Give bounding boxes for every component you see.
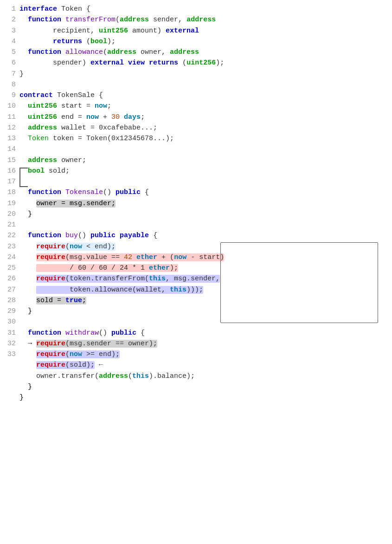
code-line-19: function buy() public payable { [19, 230, 385, 241]
code-line-15: function Tokensale() public { [19, 187, 385, 198]
code-line-30: owner.transfer(address(this).balance); [19, 371, 385, 382]
code-line-2: function transferFrom(address sender, ad… [19, 14, 385, 25]
code-line-4: } [19, 69, 385, 79]
code-line-31: } [19, 382, 385, 392]
code-line-29: require(sold); ← [19, 360, 385, 370]
code-line-2c: returns (bool); [19, 36, 385, 47]
code-line-18 [19, 220, 385, 230]
code-line-7: uint256 start = now; [19, 101, 385, 111]
code-line-28: require(now >= end); [19, 349, 385, 360]
code-line-32: } [19, 392, 385, 403]
line-numbers: 1 2 3 4 5 6 7 8 9 10 11 12 13 14 15 16 1… [0, 4, 19, 540]
code-line-17: } [19, 209, 385, 220]
code-line-16: owner = msg.sender; [19, 198, 385, 209]
code-line-26: function withdraw() public { [19, 328, 385, 338]
code-line-6: contract TokenSale { [19, 90, 385, 101]
code-line-33 [19, 403, 385, 414]
code-line-13: bool sold; [19, 166, 385, 176]
code-line-9: address wallet = 0xcafebabe...; [19, 123, 385, 133]
code-line-14 [19, 176, 385, 187]
code-line-5 [19, 79, 385, 90]
annotation-box-right [220, 242, 378, 323]
code-container: 1 2 3 4 5 6 7 8 9 10 11 12 13 14 15 16 1… [0, 0, 392, 544]
code-line-8: uint256 end = now + 30 days; [19, 112, 385, 123]
annotation-box-left [19, 168, 28, 188]
code-line-27: → require(msg.sender == owner); [19, 338, 385, 349]
code-line-2b: recipient, uint256 amount) external [19, 26, 385, 36]
code-line-11 [19, 144, 385, 155]
code-line-3b: spender) external view returns (uint256)… [19, 58, 385, 68]
code-line-12: address owner; [19, 155, 385, 166]
code-line-1: interface Token { [19, 4, 385, 14]
code-line-3: function allowance(address owner, addres… [19, 47, 385, 58]
code-lines: interface Token { function transferFrom(… [19, 4, 392, 540]
code-line-10: Token token = Token(0x12345678...); [19, 133, 385, 144]
